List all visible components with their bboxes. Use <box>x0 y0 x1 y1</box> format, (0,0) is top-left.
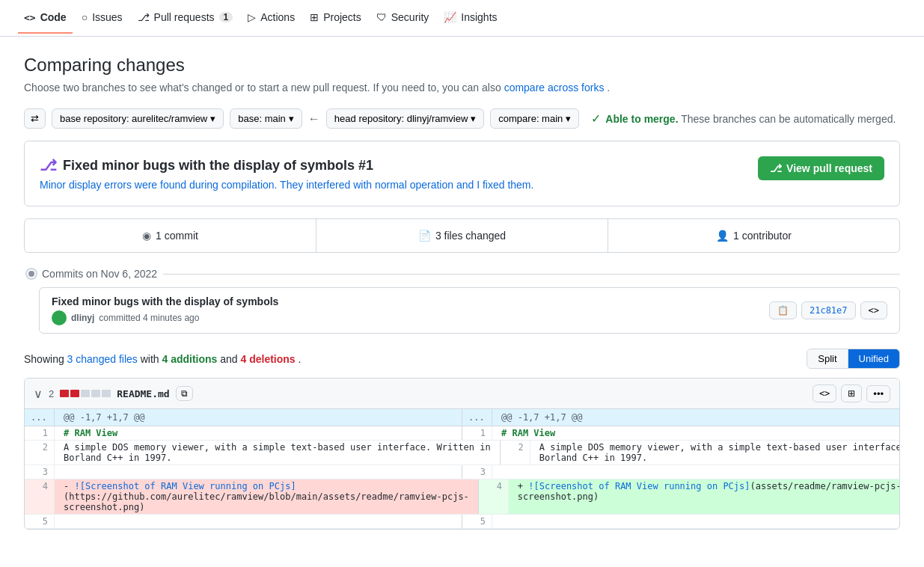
line-num-l-2: 2 <box>25 441 55 465</box>
hunk-header-text-right: @@ -1,7 +1,7 @@ <box>492 409 591 426</box>
contributors-count: 1 contributor <box>733 230 792 242</box>
pr-icon: ⎇ <box>40 156 57 174</box>
diff-stats <box>60 390 111 397</box>
stat-files: 📄 3 files changed <box>316 219 608 252</box>
diff-right-2: 2 A simple DOS memory viewer, with a sim… <box>501 441 899 465</box>
compare-forks-link[interactable]: compare across forks <box>504 82 605 94</box>
split-view-button[interactable]: Split <box>807 349 848 368</box>
pull-requests-badge: 1 <box>219 12 233 22</box>
commits-icon: ◉ <box>142 230 151 242</box>
view-pull-request-button[interactable]: ⎇ View pull request <box>758 156 884 180</box>
pr-title: ⎇ Fixed minor bugs with the display of s… <box>40 156 533 174</box>
diff-row-1: 1 # RAM View 1 # RAM View <box>25 426 899 441</box>
expand-file-button[interactable]: ⊞ <box>841 384 862 402</box>
actions-icon: ▷ <box>248 11 256 23</box>
pull-requests-icon: ⎇ <box>138 11 150 23</box>
copy-commit-button[interactable]: 📋 <box>769 301 797 319</box>
line-content-r-4: + ![Screenshot of RAM View running on PC… <box>509 479 899 514</box>
line-content-r-3 <box>492 465 515 479</box>
browse-files-button[interactable]: <> <box>860 301 887 319</box>
nav-actions-label: Actions <box>260 11 295 23</box>
nav-security[interactable]: 🛡 Security <box>370 2 435 34</box>
diff-left-4: 4 - ![Screenshot of RAM View running on … <box>25 479 479 514</box>
stat-block-gray-2 <box>91 390 100 397</box>
stat-block-gray-1 <box>81 390 90 397</box>
commit-author: dlinyj <box>71 313 94 323</box>
stats-row: ◉ 1 commit 📄 3 files changed 👤 1 contrib… <box>24 218 900 253</box>
nav-projects-label: Projects <box>323 11 361 23</box>
view-file-button[interactable]: <> <box>813 384 836 402</box>
deletions-count: 4 deletions <box>241 353 296 365</box>
view-toggle: Split Unified <box>807 349 900 369</box>
merge-check-icon: ✓ <box>591 111 601 126</box>
page-subtitle: Choose two branches to see what's change… <box>24 82 900 94</box>
commit-title: Fixed minor bugs with the display of sym… <box>52 295 278 307</box>
more-options-button[interactable]: ••• <box>866 385 890 402</box>
line-content-l-2: A simple DOS memory viewer, with a simpl… <box>55 441 500 465</box>
files-count: 3 files changed <box>435 230 506 242</box>
nav-projects[interactable]: ⊞ Projects <box>304 2 367 34</box>
nav-pull-requests[interactable]: ⎇ Pull requests 1 <box>132 2 239 34</box>
nav-issues-label: Issues <box>92 11 122 23</box>
stat-block-red-1 <box>60 390 69 397</box>
base-repo-select[interactable]: base repository: aurelitec/ramview ▾ <box>52 108 224 129</box>
diff-left-3: 3 <box>25 465 462 479</box>
file-diff: ∨ 2 README.md ⧉ <> ⊞ ••• <box>24 378 900 530</box>
nav-pull-requests-label: Pull requests <box>154 11 215 23</box>
compare-row: ⇄ base repository: aurelitec/ramview ▾ b… <box>24 108 900 129</box>
collapse-diff-button[interactable]: ∨ <box>34 387 43 401</box>
commits-date: Commits on Nov 6, 2022 <box>42 268 157 280</box>
stat-commits: ◉ 1 commit <box>25 219 316 252</box>
showing-text: Showing <box>24 353 64 365</box>
compare-branch-label: compare: main <box>498 113 563 124</box>
file-diff-header: ∨ 2 README.md ⧉ <> ⊞ ••• <box>25 378 899 409</box>
base-branch-select[interactable]: base: main ▾ <box>230 108 302 129</box>
unified-view-button[interactable]: Unified <box>848 349 899 368</box>
diff-right-1: 1 # RAM View <box>462 426 899 440</box>
line-content-l-5 <box>55 515 78 528</box>
nav-insights-label: Insights <box>461 11 497 23</box>
nav-issues[interactable]: ○ Issues <box>76 2 129 34</box>
with-text: with <box>141 353 159 365</box>
diff-right-5: 5 <box>462 515 899 528</box>
commit-row: Fixed minor bugs with the display of sym… <box>39 287 900 334</box>
commit-hash-link[interactable]: 21c81e7 <box>801 301 856 319</box>
diff-row-4: 4 - ![Screenshot of RAM View running on … <box>25 479 899 515</box>
head-repo-label: head repository: dlinyj/ramview <box>334 113 468 124</box>
line-content-l-3 <box>55 465 78 479</box>
changed-files-bar: Showing 3 changed files with 4 additions… <box>24 349 900 369</box>
hunk-header: ... @@ -1,7 +1,7 @@ ... @@ -1,7 +1,7 @@ <box>25 409 899 426</box>
copy-filepath-button[interactable]: ⧉ <box>176 386 193 401</box>
projects-icon: ⊞ <box>310 11 319 23</box>
additions-count: 4 additions <box>162 353 217 365</box>
code-icon: <> <box>24 12 36 23</box>
page-title: Comparing changes <box>24 55 900 76</box>
head-repo-select[interactable]: head repository: dlinyj/ramview ▾ <box>326 108 484 129</box>
swap-icon: ⇄ <box>31 113 39 124</box>
pr-description-link[interactable]: Minor display errors were found during c… <box>40 179 533 191</box>
diff-left-5: 5 <box>25 515 462 528</box>
stat-contributors: 👤 1 contributor <box>608 219 899 252</box>
line-num-r-3: 3 <box>462 465 492 479</box>
merge-status-text: Able to merge. These branches can be aut… <box>605 113 896 125</box>
nav-code[interactable]: <> Code <box>18 2 73 34</box>
line-content-r-1: # RAM View <box>492 426 564 440</box>
avatar <box>52 310 67 325</box>
line-num-l-1: 1 <box>25 426 55 440</box>
changed-files-link[interactable]: 3 changed files <box>67 353 138 365</box>
insights-icon: 📈 <box>444 11 456 23</box>
hunk-header-left: ... @@ -1,7 +1,7 @@ <box>25 409 462 426</box>
diff-row-5: 5 5 <box>25 515 899 529</box>
contributors-icon: 👤 <box>716 230 729 242</box>
security-icon: 🛡 <box>376 11 387 23</box>
compare-branch-select[interactable]: compare: main ▾ <box>490 108 579 129</box>
files-icon: 📄 <box>418 230 431 242</box>
chevron-down-icon: ▾ <box>210 113 215 124</box>
swap-branches-button[interactable]: ⇄ <box>24 108 46 129</box>
line-content-r-2: A simple DOS memory viewer, with a simpl… <box>530 441 899 465</box>
nav-insights[interactable]: 📈 Insights <box>438 2 503 34</box>
file-diff-header-right: <> ⊞ ••• <box>813 384 890 402</box>
diff-row-2: 2 A simple DOS memory viewer, with a sim… <box>25 441 899 465</box>
nav-actions[interactable]: ▷ Actions <box>242 2 301 34</box>
nav-code-label: Code <box>40 11 67 23</box>
